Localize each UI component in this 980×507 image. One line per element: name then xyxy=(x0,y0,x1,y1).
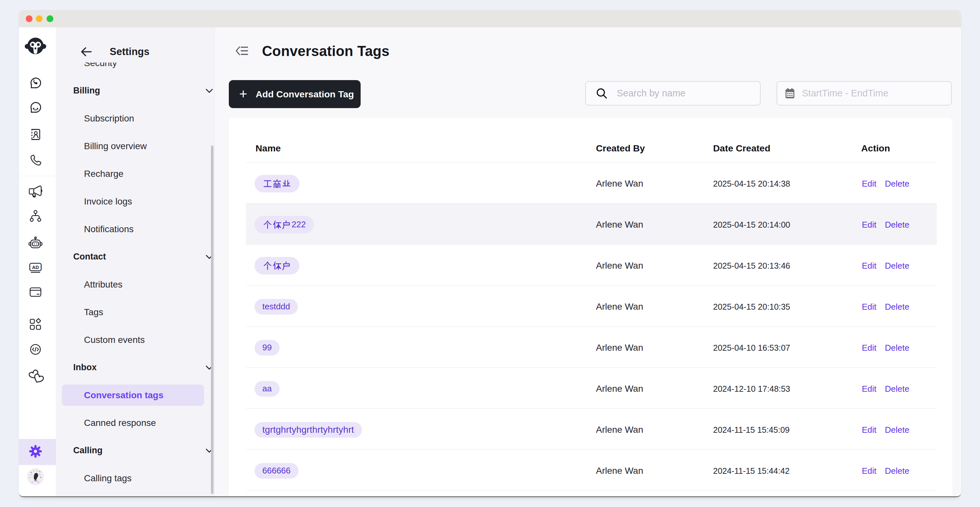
svg-text:AD: AD xyxy=(32,265,39,270)
